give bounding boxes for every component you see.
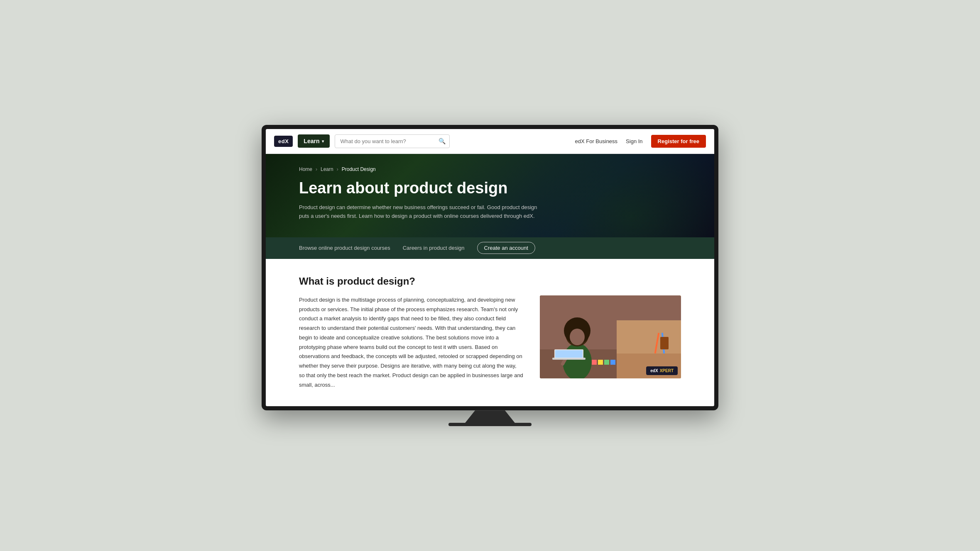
product-design-image: edX XPERT xyxy=(540,295,681,378)
careers-link[interactable]: Careers in product design xyxy=(403,245,465,251)
search-input[interactable] xyxy=(335,134,450,148)
breadcrumb-learn[interactable]: Learn xyxy=(321,166,333,172)
breadcrumb-current: Product Design xyxy=(342,166,376,172)
learn-button[interactable]: Learn ▾ xyxy=(298,134,330,148)
screen: edX Learn ▾ 🔍 edX For Business Sign In R… xyxy=(266,129,714,407)
svg-rect-10 xyxy=(598,360,603,365)
edx-for-business-link[interactable]: edX For Business xyxy=(575,138,618,144)
chevron-down-icon: ▾ xyxy=(322,139,324,144)
hero-title: Learn about product design xyxy=(299,179,681,198)
content-image: edX XPERT xyxy=(540,295,681,378)
monitor-stand xyxy=(465,410,515,423)
breadcrumb: Home › Learn › Product Design xyxy=(299,166,681,172)
svg-rect-8 xyxy=(555,350,583,358)
svg-rect-9 xyxy=(592,360,597,365)
svg-rect-12 xyxy=(610,360,615,365)
content-paragraph: Product design is the multistage process… xyxy=(299,295,523,390)
nav-links: edX For Business Sign In Register for fr… xyxy=(575,135,706,148)
content-section: What is product design? Product design i… xyxy=(266,259,714,407)
monitor: edX Learn ▾ 🔍 edX For Business Sign In R… xyxy=(262,125,718,411)
svg-rect-17 xyxy=(660,337,669,349)
breadcrumb-sep-2: › xyxy=(337,166,338,172)
hero-description: Product design can determine whether new… xyxy=(299,203,540,221)
search-icon: 🔍 xyxy=(439,138,446,144)
search-box: 🔍 xyxy=(335,134,450,148)
sign-in-button[interactable]: Sign In xyxy=(626,138,642,144)
breadcrumb-sep-1: › xyxy=(316,166,317,172)
breadcrumb-home[interactable]: Home xyxy=(299,166,312,172)
svg-point-5 xyxy=(570,329,585,345)
navbar: edX Learn ▾ 🔍 edX For Business Sign In R… xyxy=(266,129,714,154)
browse-courses-link[interactable]: Browse online product design courses xyxy=(299,245,390,251)
svg-rect-11 xyxy=(604,360,609,365)
monitor-base xyxy=(448,423,532,426)
register-button[interactable]: Register for free xyxy=(651,135,706,148)
content-grid: Product design is the multistage process… xyxy=(299,295,681,390)
create-account-button[interactable]: Create an account xyxy=(477,242,535,254)
logo: edX xyxy=(274,136,293,147)
edxpert-badge: edX XPERT xyxy=(646,366,678,375)
section-title: What is product design? xyxy=(299,276,681,287)
hero-section: Home › Learn › Product Design Learn abou… xyxy=(266,154,714,237)
sub-nav: Browse online product design courses Car… xyxy=(266,237,714,259)
